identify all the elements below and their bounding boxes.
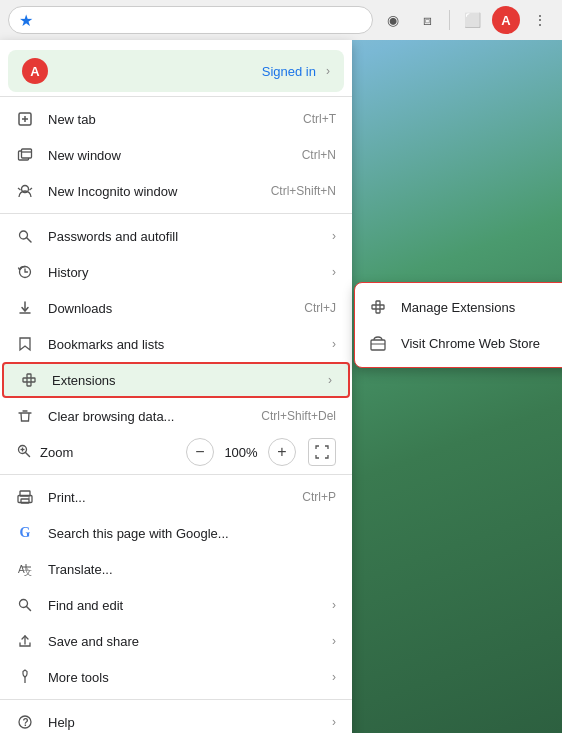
menu-item-new-window[interactable]: New window Ctrl+N xyxy=(0,137,352,173)
menu-item-help[interactable]: ? Help › xyxy=(0,704,352,733)
svg-line-33 xyxy=(27,607,31,611)
svg-text:文: 文 xyxy=(24,568,32,577)
svg-rect-41 xyxy=(376,301,380,305)
extensions-submenu: Manage Extensions Visit Chrome Web Store xyxy=(354,282,562,368)
media-router-icon[interactable]: ◉ xyxy=(379,6,407,34)
more-tools-label: More tools xyxy=(48,670,318,685)
svg-rect-43 xyxy=(376,309,380,313)
passwords-label: Passwords and autofill xyxy=(48,229,318,244)
svg-line-10 xyxy=(27,238,32,243)
bookmarks-label: Bookmarks and lists xyxy=(48,337,318,352)
extensions-label: Extensions xyxy=(52,373,314,388)
clear-shortcut: Ctrl+Shift+Del xyxy=(261,409,336,423)
svg-rect-16 xyxy=(27,374,31,378)
new-window-shortcut: Ctrl+N xyxy=(302,148,336,162)
fullscreen-button[interactable] xyxy=(308,438,336,466)
bookmarks-chevron-icon: › xyxy=(332,337,336,351)
zoom-value: 100% xyxy=(222,445,260,460)
svg-line-21 xyxy=(26,452,30,456)
menu-item-history[interactable]: History › xyxy=(0,254,352,290)
history-label: History xyxy=(48,265,318,280)
zoom-in-button[interactable]: + xyxy=(268,438,296,466)
banner-chevron-icon: › xyxy=(326,64,330,78)
bookmark-star-icon[interactable]: ★ xyxy=(19,11,33,30)
svg-rect-17 xyxy=(31,378,35,382)
menu-item-print[interactable]: Print... Ctrl+P xyxy=(0,479,352,515)
menu-item-more-tools[interactable]: More tools › xyxy=(0,659,352,695)
bookmarks-icon xyxy=(16,335,34,353)
svg-rect-42 xyxy=(380,305,384,309)
new-tab-icon xyxy=(16,110,34,128)
translate-label: Translate... xyxy=(48,562,336,577)
find-edit-icon xyxy=(16,596,34,614)
menu-item-search-google[interactable]: G Search this page with Google... xyxy=(0,515,352,551)
menu-item-translate[interactable]: A文 Translate... xyxy=(0,551,352,587)
webstore-label: Visit Chrome Web Store xyxy=(401,336,559,351)
menu-item-webstore[interactable]: Visit Chrome Web Store xyxy=(355,325,562,361)
svg-rect-40 xyxy=(372,305,376,309)
extensions-toolbar-icon[interactable]: ⧈ xyxy=(413,6,441,34)
svg-text:?: ? xyxy=(23,717,29,728)
new-window-label: New window xyxy=(48,148,288,163)
passwords-chevron-icon: › xyxy=(332,229,336,243)
manage-extensions-label: Manage Extensions xyxy=(401,300,559,315)
menu-item-incognito[interactable]: New Incognito window Ctrl+Shift+N xyxy=(0,173,352,209)
divider-1 xyxy=(0,96,352,97)
svg-rect-4 xyxy=(22,149,32,158)
new-window-icon xyxy=(16,146,34,164)
manage-extensions-icon xyxy=(369,298,387,316)
translate-icon: A文 xyxy=(16,560,34,578)
menu-item-downloads[interactable]: Downloads Ctrl+J xyxy=(0,290,352,326)
passwords-icon xyxy=(16,227,34,245)
google-icon: G xyxy=(16,524,34,542)
divider-3 xyxy=(0,474,352,475)
svg-line-8 xyxy=(30,188,33,190)
omnibox[interactable]: ★ xyxy=(8,6,373,34)
signed-in-text: Signed in xyxy=(262,64,316,79)
svg-marker-14 xyxy=(20,338,30,350)
chrome-toolbar: ★ ◉ ⧈ ⬜ A ⋮ xyxy=(0,0,562,40)
new-tab-shortcut: Ctrl+T xyxy=(303,112,336,126)
zoom-control: Zoom − 100% + xyxy=(0,434,352,470)
menu-item-bookmarks[interactable]: Bookmarks and lists › xyxy=(0,326,352,362)
menu-item-passwords[interactable]: Passwords and autofill › xyxy=(0,218,352,254)
history-chevron-icon: › xyxy=(332,265,336,279)
incognito-icon xyxy=(16,182,34,200)
more-tools-icon xyxy=(16,668,34,686)
save-share-icon xyxy=(16,632,34,650)
find-edit-chevron-icon: › xyxy=(332,598,336,612)
menu-item-clear[interactable]: Clear browsing data... Ctrl+Shift+Del xyxy=(0,398,352,434)
incognito-label: New Incognito window xyxy=(48,184,257,199)
zoom-icon xyxy=(16,443,32,462)
menu-item-find-edit[interactable]: Find and edit › xyxy=(0,587,352,623)
menu-item-new-tab[interactable]: New tab Ctrl+T xyxy=(0,101,352,137)
menu-item-save-share[interactable]: Save and share › xyxy=(0,623,352,659)
zoom-out-button[interactable]: − xyxy=(186,438,214,466)
more-tools-chevron-icon: › xyxy=(332,670,336,684)
find-edit-label: Find and edit xyxy=(48,598,318,613)
svg-point-27 xyxy=(28,497,30,499)
split-view-icon[interactable]: ⬜ xyxy=(458,6,486,34)
svg-rect-15 xyxy=(23,378,27,382)
webstore-icon xyxy=(369,334,387,352)
incognito-shortcut: Ctrl+Shift+N xyxy=(271,184,336,198)
svg-line-7 xyxy=(18,188,21,190)
signed-in-banner[interactable]: A Signed in › xyxy=(8,50,344,92)
print-shortcut: Ctrl+P xyxy=(302,490,336,504)
search-google-label: Search this page with Google... xyxy=(48,526,336,541)
more-options-icon[interactable]: ⋮ xyxy=(526,6,554,34)
print-icon xyxy=(16,488,34,506)
divider-4 xyxy=(0,699,352,700)
banner-avatar: A xyxy=(22,58,48,84)
svg-rect-44 xyxy=(371,340,385,350)
help-icon: ? xyxy=(16,713,34,731)
downloads-shortcut: Ctrl+J xyxy=(304,301,336,315)
extensions-icon xyxy=(20,371,38,389)
menu-item-extensions[interactable]: Extensions › xyxy=(2,362,350,398)
help-chevron-icon: › xyxy=(332,715,336,729)
downloads-icon xyxy=(16,299,34,317)
svg-rect-26 xyxy=(21,499,29,503)
avatar-icon[interactable]: A xyxy=(492,6,520,34)
clear-label: Clear browsing data... xyxy=(48,409,247,424)
menu-item-manage-extensions[interactable]: Manage Extensions xyxy=(355,289,562,325)
